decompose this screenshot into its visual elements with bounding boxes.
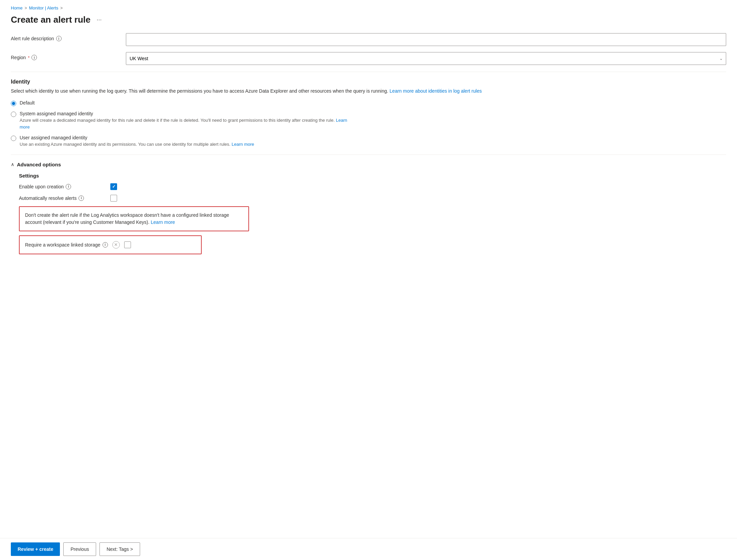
identity-option-default: Default <box>11 100 726 106</box>
description-info-icon[interactable]: i <box>56 36 62 41</box>
identity-section: Identity Select which identity to use wh… <box>11 79 726 148</box>
breadcrumb-sep-2: > <box>60 6 63 10</box>
page-title-row: Create an alert rule ··· <box>11 15 726 25</box>
auto-resolve-label: Automatically resolve alerts i <box>19 195 107 201</box>
region-info-icon[interactable]: i <box>31 55 37 60</box>
region-required-star: * <box>28 55 29 60</box>
workspace-disabled-indicator: ✕ <box>111 240 121 250</box>
identity-option-system: System assigned managed identity Azure w… <box>11 111 726 130</box>
alert-learn-more-link[interactable]: Learn more <box>151 219 175 225</box>
workspace-info-icon[interactable]: i <box>103 242 108 248</box>
settings-title: Settings <box>19 173 726 179</box>
enable-creation-checkbox[interactable]: ✓ <box>110 183 117 190</box>
enable-creation-row: Enable upon creation i ✓ <box>19 183 726 190</box>
workspace-linked-label: Require a workspace linked storage i <box>25 242 108 248</box>
identity-user-desc: Use an existing Azure managed identity a… <box>20 141 254 148</box>
description-row: Alert rule description i <box>11 33 726 46</box>
auto-resolve-info-icon[interactable]: i <box>79 195 84 201</box>
next-tags-button[interactable]: Next: Tags > <box>99 542 140 556</box>
auto-resolve-checkbox[interactable] <box>110 195 117 202</box>
divider-1 <box>11 72 726 72</box>
advanced-options-header[interactable]: ∧ Advanced options <box>11 162 726 167</box>
more-options-button[interactable]: ··· <box>95 16 104 24</box>
region-label: Region * i <box>11 52 126 60</box>
identity-option-user: User assigned managed identity Use an ex… <box>11 135 726 148</box>
review-create-button[interactable]: Review + create <box>11 542 60 556</box>
disabled-circle-icon: ✕ <box>112 241 120 249</box>
description-input[interactable] <box>126 33 726 46</box>
identity-system-label: System assigned managed identity <box>20 111 358 116</box>
identity-learn-link[interactable]: Learn more about identities in log alert… <box>389 88 482 94</box>
advanced-options-title: Advanced options <box>17 162 61 167</box>
identity-default-label: Default <box>20 100 35 106</box>
region-select[interactable]: UK West <box>126 52 726 65</box>
user-identity-learn-link[interactable]: Learn more <box>232 142 254 147</box>
identity-radio-system[interactable] <box>11 112 16 117</box>
footer: Review + create Previous Next: Tags > <box>0 538 737 560</box>
description-control <box>126 33 726 46</box>
alert-box-text: Don't create the alert rule if the Log A… <box>25 212 243 226</box>
previous-button[interactable]: Previous <box>63 542 96 556</box>
breadcrumb-sep-1: > <box>25 6 27 10</box>
identity-system-desc: Azure will create a dedicated managed id… <box>20 117 358 130</box>
auto-resolve-row: Automatically resolve alerts i <box>19 195 726 202</box>
enable-creation-label: Enable upon creation i <box>19 184 107 189</box>
description-label: Alert rule description i <box>11 33 126 41</box>
workspace-alert-box: Don't create the alert rule if the Log A… <box>19 206 249 231</box>
checkmark-icon: ✓ <box>112 184 116 189</box>
page-title: Create an alert rule <box>11 15 91 25</box>
region-row: Region * i UK West ⌄ <box>11 52 726 65</box>
divider-2 <box>11 155 726 155</box>
system-identity-learn-link[interactable]: Learn more <box>20 118 347 130</box>
identity-user-label: User assigned managed identity <box>20 135 254 140</box>
identity-radio-user[interactable] <box>11 136 16 141</box>
identity-description: Select which identity to use when runnin… <box>11 88 726 95</box>
main-content: Home > Monitor | Alerts > Create an aler… <box>0 0 737 560</box>
workspace-checkbox[interactable] <box>124 241 131 248</box>
identity-title: Identity <box>11 79 726 85</box>
identity-radio-default[interactable] <box>11 101 16 106</box>
advanced-options-section: ∧ Advanced options Settings Enable upon … <box>11 162 726 254</box>
breadcrumb-home[interactable]: Home <box>11 5 23 10</box>
workspace-linked-storage-row: Require a workspace linked storage i ✕ <box>19 235 202 254</box>
breadcrumb: Home > Monitor | Alerts > <box>11 5 726 10</box>
breadcrumb-monitor[interactable]: Monitor | Alerts <box>29 5 58 10</box>
enable-creation-info-icon[interactable]: i <box>66 184 71 189</box>
region-select-wrapper: UK West ⌄ <box>126 52 726 65</box>
advanced-chevron-icon: ∧ <box>11 162 14 167</box>
region-control: UK West ⌄ <box>126 52 726 65</box>
identity-radio-group: Default System assigned managed identity… <box>11 100 726 148</box>
